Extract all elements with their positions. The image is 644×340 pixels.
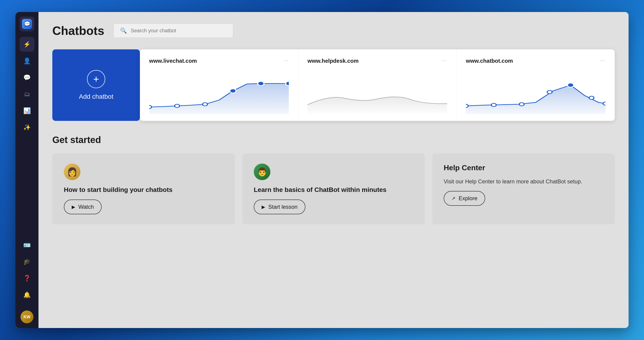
bell-icon: 🔔 <box>23 291 31 298</box>
svg-point-7 <box>492 103 496 107</box>
main-content: Chatbots 🔍 + Add chatbot www.livechat.co… <box>38 12 628 328</box>
cards-icon: 🪪 <box>23 241 31 249</box>
sidebar-item-chart[interactable]: 📊 <box>20 103 34 118</box>
app-window: 💬 ⚡ 👤 💬 🗂 📊 ✨ 🪪 🎓 ❓ 🔔 <box>16 12 628 328</box>
add-icon: + <box>87 70 105 88</box>
svg-point-9 <box>547 90 552 94</box>
start-lesson-label: Start lesson <box>268 204 298 210</box>
sidebar-item-bell[interactable]: 🔔 <box>20 287 34 302</box>
chart-icon: 📊 <box>23 107 31 114</box>
explore-button[interactable]: ↗ Explore <box>444 191 485 206</box>
sidebar-item-help[interactable]: ❓ <box>20 271 34 285</box>
explore-icon: ↗ <box>452 196 456 201</box>
sidebar-item-archive[interactable]: 🗂 <box>20 87 34 102</box>
chat-icon: 💬 <box>23 74 31 81</box>
svg-point-1 <box>175 104 180 108</box>
info-card-basics: 👨 Learn the basics of ChatBot within min… <box>242 153 425 224</box>
search-bar: 🔍 <box>114 24 233 38</box>
avatar-female: 👩 <box>64 164 80 180</box>
card-menu-2[interactable]: ··· <box>442 58 447 63</box>
sidebar-item-spark[interactable]: ✨ <box>20 120 34 135</box>
cards-row: + Add chatbot www.livechat.com ··· <box>52 49 615 121</box>
avatar-male: 👨 <box>254 164 270 180</box>
sidebar-item-cards[interactable]: 🪪 <box>20 238 34 252</box>
info-card-help: Help Center Visit our Help Center to lea… <box>432 153 615 224</box>
card-header-2: www.helpdesk.com ··· <box>308 58 447 64</box>
card-menu-1[interactable]: ··· <box>284 58 289 63</box>
user-avatar[interactable]: KW <box>20 310 34 323</box>
card-header-1: www.livechat.com ··· <box>149 58 289 64</box>
chatbot-card-livechat[interactable]: www.livechat.com ··· <box>140 49 298 121</box>
explore-label: Explore <box>459 195 477 202</box>
users-icon: 👤 <box>23 58 31 65</box>
card-chart-3 <box>466 68 606 114</box>
info-card-title-building: How to start building your chatbots <box>64 186 223 194</box>
flash-icon: ⚡ <box>23 41 31 48</box>
page-title: Chatbots <box>52 24 104 38</box>
svg-point-5 <box>286 81 289 86</box>
svg-point-2 <box>202 103 208 106</box>
archive-icon: 🗂 <box>24 91 30 98</box>
sidebar-item-flash[interactable]: ⚡ <box>20 37 34 52</box>
chatbot-card-chatbot[interactable]: www.chatbot.com ··· <box>456 49 615 121</box>
svg-point-10 <box>568 83 574 87</box>
card-domain-2: www.helpdesk.com <box>308 58 359 64</box>
card-domain-1: www.livechat.com <box>149 58 197 64</box>
graduation-icon: 🎓 <box>23 258 31 265</box>
svg-point-4 <box>258 81 264 86</box>
sidebar-item-chat[interactable]: 💬 <box>20 70 34 85</box>
svg-point-0 <box>149 105 152 109</box>
card-domain-3: www.chatbot.com <box>466 58 513 64</box>
chatbot-cards-container: www.livechat.com ··· <box>140 49 615 121</box>
svg-point-11 <box>589 96 594 99</box>
get-started-cards: 👩 How to start building your chatbots ▶ … <box>52 153 615 224</box>
search-input[interactable] <box>131 28 226 34</box>
sidebar-logo[interactable]: 💬 <box>20 17 34 31</box>
svg-point-12 <box>603 102 606 105</box>
card-menu-3[interactable]: ··· <box>600 58 606 63</box>
spark-icon: ✨ <box>23 124 31 131</box>
help-center-text: Visit our Help Center to learn more abou… <box>444 178 603 185</box>
start-lesson-button[interactable]: ▶ Start lesson <box>254 200 306 214</box>
header: Chatbots 🔍 <box>52 24 615 38</box>
svg-point-3 <box>230 89 236 93</box>
card-chart-1 <box>149 68 289 114</box>
lesson-icon: ▶ <box>262 204 265 210</box>
get-started-section: Get started 👩 How to start building your… <box>52 135 615 224</box>
watch-label: Watch <box>78 204 94 210</box>
sidebar-item-users[interactable]: 👤 <box>20 54 34 68</box>
svg-point-6 <box>466 104 468 108</box>
play-icon: ▶ <box>72 204 75 210</box>
info-card-title-basics: Learn the basics of ChatBot within minut… <box>254 186 413 194</box>
info-card-building: 👩 How to start building your chatbots ▶ … <box>52 153 235 224</box>
add-chatbot-button[interactable]: + Add chatbot <box>52 49 140 121</box>
svg-point-8 <box>519 103 524 106</box>
sidebar-item-graduation[interactable]: 🎓 <box>20 254 34 269</box>
watch-button[interactable]: ▶ Watch <box>64 200 102 214</box>
add-chatbot-label: Add chatbot <box>79 93 113 100</box>
card-header-3: www.chatbot.com ··· <box>466 58 606 64</box>
app-logo-icon: 💬 <box>22 19 32 29</box>
get-started-title: Get started <box>52 135 615 145</box>
card-chart-2 <box>308 68 447 114</box>
help-icon: ❓ <box>23 275 31 282</box>
search-icon: 🔍 <box>120 28 127 34</box>
help-center-title: Help Center <box>444 164 603 172</box>
chatbot-card-helpdesk[interactable]: www.helpdesk.com ··· <box>298 49 456 121</box>
sidebar: 💬 ⚡ 👤 💬 🗂 📊 ✨ 🪪 🎓 ❓ 🔔 <box>16 12 38 328</box>
